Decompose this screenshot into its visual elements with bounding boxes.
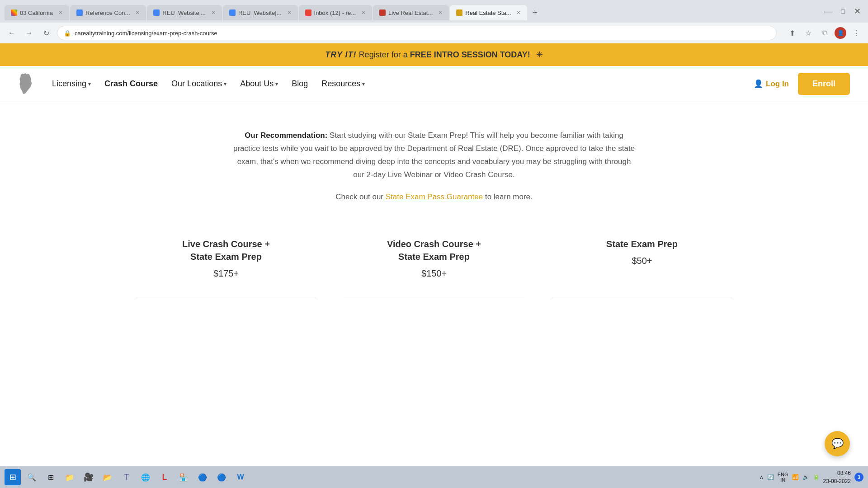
files-taskbar-icon: 📁	[65, 473, 74, 482]
pdf-taskbar-icon: L	[162, 473, 167, 482]
login-button[interactable]: 👤 Log In	[754, 79, 789, 89]
licensing-chevron-icon: ▾	[88, 81, 91, 87]
close-button[interactable]: ✕	[854, 6, 861, 16]
logo[interactable]	[18, 73, 34, 95]
tab-favicon-2	[76, 9, 83, 16]
nav-licensing[interactable]: Licensing ▾	[52, 79, 91, 89]
check-after-text: to learn more.	[485, 192, 533, 201]
pricing-card-live: Live Crash Course +State Exam Prep $175+	[136, 238, 316, 297]
browser-tab-5[interactable]: Inbox (12) - re... ✕	[299, 5, 372, 20]
browser-tab-1[interactable]: 03 California ✕	[5, 5, 69, 20]
split-view-button[interactable]: ⧉	[818, 27, 831, 39]
state-exam-price: $50+	[552, 256, 732, 266]
taskbar-chrome[interactable]: 🔵	[194, 469, 211, 485]
pricing-card-video: Video Crash Course +State Exam Prep $150…	[344, 238, 524, 297]
star-icon: ✳	[536, 50, 543, 59]
browser-tab-7[interactable]: Real Estate Sta... ✕	[450, 5, 527, 20]
taskbar-pdf[interactable]: L	[156, 469, 173, 485]
word-taskbar-icon: W	[237, 473, 244, 481]
tab-favicon-3	[153, 9, 160, 16]
language-indicator: ENGIN	[778, 472, 788, 483]
tab-favicon-7	[456, 9, 462, 16]
taskbar-system: ∧ 🔄 ENGIN 📶 🔊 🔋 08:46 23-08-2022 3	[760, 469, 863, 485]
nav-blog[interactable]: Blog	[292, 79, 308, 89]
taskbar-word[interactable]: W	[232, 469, 249, 485]
taskbar-explorer[interactable]: 📂	[99, 469, 116, 485]
taskbar-search[interactable]: 🔍	[24, 469, 40, 485]
video-course-price: $150+	[344, 268, 524, 279]
chat-button[interactable]: 💬	[825, 431, 850, 456]
tab-close-1[interactable]: ✕	[58, 9, 63, 16]
chrome-2-taskbar-icon: 🔵	[217, 473, 226, 482]
taskbar-store[interactable]: 🏪	[175, 469, 192, 485]
taskbar-clock[interactable]: 08:46 23-08-2022	[823, 469, 851, 485]
profile-avatar[interactable]: 👤	[835, 27, 846, 39]
browser-actions: ⬆ ☆ ⧉ 👤 ⋮	[786, 27, 863, 39]
nav-about-us[interactable]: About Us ▾	[240, 79, 278, 89]
browser-chrome: 03 California ✕ Reference Con... ✕ REU_W…	[0, 0, 868, 43]
tab-favicon-4	[229, 9, 236, 16]
teams-taskbar-icon: T	[124, 473, 129, 482]
refresh-button[interactable]: ↻	[40, 27, 52, 39]
search-taskbar-icon: 🔍	[27, 473, 36, 482]
navbar: Licensing ▾ Crash Course Our Locations ▾…	[0, 66, 868, 102]
resources-chevron-icon: ▾	[362, 81, 365, 87]
explorer-taskbar-icon: 📂	[103, 473, 112, 482]
taskbar-chrome-2[interactable]: 🔵	[213, 469, 230, 485]
taskbar-widgets[interactable]: ⊞	[42, 469, 59, 485]
check-text: Check out our	[335, 192, 386, 201]
state-exam-title: State Exam Prep	[552, 238, 732, 250]
browser-tab-6[interactable]: Live Real Estat... ✕	[373, 5, 449, 20]
about-chevron-icon: ▾	[275, 81, 278, 87]
battery-icon: 🔋	[813, 474, 820, 480]
user-icon: 👤	[754, 79, 763, 89]
tab-favicon-1	[11, 9, 17, 16]
maximize-button[interactable]: □	[841, 8, 845, 15]
enroll-button[interactable]: Enroll	[798, 73, 850, 95]
tab-close-6[interactable]: ✕	[438, 9, 443, 16]
tab-close-4[interactable]: ✕	[287, 9, 292, 16]
chrome-taskbar-icon: 🔵	[198, 473, 207, 482]
taskbar-files[interactable]: 📁	[61, 469, 78, 485]
chevron-up-icon[interactable]: ∧	[760, 474, 764, 480]
share-button[interactable]: ⬆	[786, 27, 798, 39]
bookmark-button[interactable]: ☆	[802, 27, 815, 39]
locations-chevron-icon: ▾	[224, 81, 226, 87]
start-button[interactable]: ⊞	[5, 469, 21, 485]
tab-close-2[interactable]: ✕	[135, 9, 140, 16]
browser-tab-3[interactable]: REU_Website|... ✕	[147, 5, 222, 20]
taskbar: ⊞ 🔍 ⊞ 📁 🎥 📂 T 🌐 L 🏪 🔵 🔵 W ∧ 🔄 ENGIN 📶 �	[0, 466, 868, 488]
address-bar[interactable]: 🔒 carealtytraining.com/licensing/exam-pr…	[57, 26, 777, 40]
nav-resources[interactable]: Resources ▾	[321, 79, 365, 89]
tab-favicon-6	[379, 9, 386, 16]
nav-locations[interactable]: Our Locations ▾	[171, 79, 226, 89]
taskbar-teams[interactable]: T	[118, 469, 135, 485]
back-button[interactable]: ←	[5, 27, 18, 39]
tab-close-7[interactable]: ✕	[516, 9, 521, 16]
tab-close-3[interactable]: ✕	[211, 9, 216, 16]
tab-favicon-5	[305, 9, 311, 16]
browser-tab-4[interactable]: REU_Website|... ✕	[223, 5, 298, 20]
menu-button[interactable]: ⋮	[850, 27, 863, 39]
video-course-title: Video Crash Course +State Exam Prep	[344, 238, 524, 263]
recommendation-paragraph: Our Recommendation: Start studying with …	[231, 129, 637, 182]
browser-tab-2[interactable]: Reference Con... ✕	[70, 5, 146, 20]
taskbar-zoom[interactable]: 🎥	[80, 469, 97, 485]
state-exam-pass-guarantee-link[interactable]: State Exam Pass Guarantee	[386, 192, 483, 201]
notification-badge[interactable]: 3	[854, 473, 863, 482]
promo-banner[interactable]: TRY IT! Register for a FREE INTRO SESSIO…	[0, 43, 868, 66]
minimize-button[interactable]: —	[824, 7, 832, 16]
nav-links: Licensing ▾ Crash Course Our Locations ▾…	[52, 79, 754, 89]
forward-button[interactable]: →	[23, 27, 35, 39]
url-text: carealtytraining.com/licensing/exam-prep…	[75, 30, 217, 37]
ssl-lock-icon: 🔒	[64, 30, 71, 37]
nav-crash-course[interactable]: Crash Course	[104, 79, 158, 89]
browser-controls: ← → ↻ 🔒 carealtytraining.com/licensing/e…	[0, 23, 868, 43]
tab-close-5[interactable]: ✕	[361, 9, 366, 16]
recommendation-label: Our Recommendation:	[245, 131, 327, 140]
new-tab-button[interactable]: +	[528, 6, 542, 19]
volume-icon: 🔊	[802, 474, 809, 480]
pricing-card-state-exam: State Exam Prep $50+	[552, 238, 732, 297]
taskbar-edge[interactable]: 🌐	[137, 469, 154, 485]
windows-icon: ⊞	[9, 472, 16, 482]
